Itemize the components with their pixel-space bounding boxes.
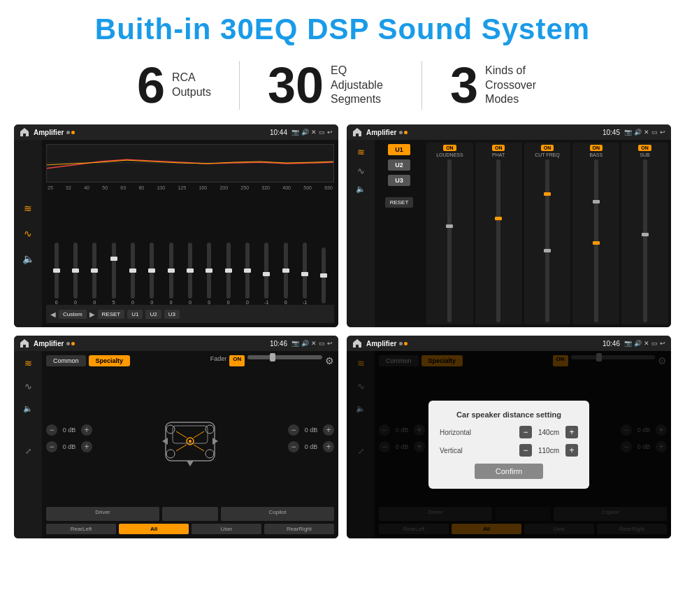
camera-icon-4: 📷 (624, 340, 632, 347)
all-btn[interactable]: All (119, 524, 189, 534)
svg-marker-13 (187, 461, 194, 466)
eq-wave-icon[interactable]: ∿ (24, 228, 32, 239)
db-minus-tr[interactable]: − (288, 424, 299, 436)
db-controls-left: − 0 dB + − 0 dB + (46, 424, 92, 452)
play-btn[interactable]: ▶ (89, 310, 95, 318)
window-icon: ▭ (319, 129, 325, 136)
s2-channels: ON LOUDNESS ON PHAT ON CUT FREQ (424, 140, 671, 327)
status-bar-3: Amplifier 10:46 📷 🔊 ✕ ▭ ↩ (14, 336, 338, 351)
copilot-btn[interactable]: Copilot (221, 507, 334, 521)
ch-label-cutfreq: CUT FREQ (535, 152, 560, 157)
dot-2a (399, 131, 403, 134)
camera-icon-2: 📷 (624, 129, 632, 136)
u1-btn[interactable]: U1 (127, 310, 143, 319)
status-dots-3 (66, 342, 75, 345)
eq-slider-13: 0 (277, 243, 294, 305)
s2-wave-icon[interactable]: ∿ (357, 166, 365, 176)
home-icon-3 (20, 338, 29, 348)
s3-speaker-icon[interactable]: 🔈 (23, 404, 33, 413)
camera-icon: 📷 (291, 129, 299, 136)
status-dots-1 (66, 131, 75, 134)
custom-btn[interactable]: Custom (59, 310, 87, 319)
s3-arrows-icon[interactable]: ⤢ (25, 447, 31, 456)
eq-slider-10: 0 (219, 243, 237, 305)
s3-eq-icon[interactable]: ≋ (24, 358, 32, 368)
volume-icon-4: 🔊 (634, 340, 642, 347)
car-diagram-container (98, 405, 282, 471)
vertical-plus[interactable]: + (565, 444, 578, 457)
s2-speaker-icon[interactable]: 🔈 (356, 185, 366, 194)
db-minus-bl[interactable]: − (46, 441, 57, 452)
ch-slider-bass[interactable] (594, 159, 598, 322)
svg-marker-14 (162, 438, 168, 445)
bottom-buttons: Driver Copilot (46, 507, 334, 521)
eq-slider-6: 0 (143, 243, 161, 305)
eq-slider-3: 0 (86, 243, 103, 305)
car-mini (162, 507, 218, 521)
back-icon-4: ↩ (660, 340, 665, 347)
fader-on-badge: ON (229, 355, 245, 366)
eq-slider-14: -1 (296, 243, 313, 305)
reset-btn[interactable]: RESET (98, 310, 125, 319)
eq-speaker-icon[interactable]: 🔈 (22, 253, 34, 264)
dialog-box: Car speaker distance setting Horizontal … (428, 401, 589, 489)
ch-slider-phat[interactable] (496, 159, 500, 322)
eq-slider-15 (315, 248, 333, 305)
time-2: 10:45 (603, 129, 620, 136)
vertical-controls: − 110cm + (519, 444, 578, 457)
ch-on-loudness[interactable]: ON (443, 145, 456, 151)
close-icon-2: ✕ (644, 129, 649, 136)
u2-btn[interactable]: U2 (145, 310, 161, 319)
ch-on-sub[interactable]: ON (638, 145, 651, 151)
horizontal-minus[interactable]: − (519, 426, 532, 438)
eq-slider-12: -1 (258, 243, 275, 305)
rearleft-btn[interactable]: RearLeft (46, 524, 116, 534)
user-btn[interactable]: User (192, 524, 261, 534)
u1-button[interactable]: U1 (388, 144, 410, 155)
u3-button[interactable]: U3 (388, 175, 410, 186)
app-name-3: Amplifier (34, 340, 64, 348)
s3-sidebar: ≋ ∿ 🔈 ⤢ (14, 351, 42, 538)
ch-on-cutfreq[interactable]: ON (541, 145, 554, 151)
driver-btn[interactable]: Driver (46, 507, 159, 521)
db-value-bl: 0 dB (59, 443, 79, 450)
s3-wave-icon[interactable]: ∿ (24, 381, 32, 392)
horizontal-plus[interactable]: + (565, 426, 578, 438)
confirm-button[interactable]: Confirm (475, 464, 544, 479)
eq-screen-content: ≋ ∿ 🔈 25 32 40 50 63 (14, 140, 338, 327)
ch-on-bass[interactable]: ON (590, 145, 603, 151)
db-plus-bl[interactable]: + (81, 441, 92, 452)
tab-common[interactable]: Common (46, 355, 86, 366)
u3-btn[interactable]: U3 (164, 310, 180, 319)
ch-slider-cutfreq[interactable] (545, 159, 549, 322)
db-minus-br[interactable]: − (288, 441, 299, 452)
fader-track[interactable] (247, 355, 322, 359)
db-plus-tr[interactable]: + (323, 424, 334, 436)
eq-slider-9: 0 (201, 243, 218, 305)
eq-filter-icon[interactable]: ≋ (24, 203, 32, 214)
svg-point-8 (206, 450, 214, 458)
window-icon-4: ▭ (651, 340, 658, 347)
reset-button-2[interactable]: RESET (385, 197, 413, 208)
settings-icon[interactable]: ⚙ (325, 355, 334, 366)
u2-button[interactable]: U2 (388, 159, 410, 171)
ch-slider-loudness[interactable] (447, 159, 452, 322)
stat-text-crossover: Kinds ofCrossover Modes (485, 64, 548, 107)
vertical-minus[interactable]: − (519, 444, 532, 457)
rearright-btn[interactable]: RearRight (264, 524, 334, 534)
s2-eq-icon[interactable]: ≋ (357, 147, 365, 157)
prev-btn[interactable]: ◀ (50, 310, 56, 318)
ch-slider-sub[interactable] (643, 159, 647, 322)
ch-on-phat[interactable]: ON (492, 145, 505, 151)
db-row-bl: − 0 dB + (46, 441, 92, 452)
volume-icon: 🔊 (301, 129, 309, 136)
db-minus-tl[interactable]: − (46, 424, 57, 436)
db-plus-tl[interactable]: + (81, 424, 92, 436)
ch-cutfreq: ON CUT FREQ (524, 143, 571, 324)
db-plus-br[interactable]: + (323, 441, 334, 452)
status-icons-3: 📷 🔊 ✕ ▭ ↩ (291, 340, 333, 347)
ch-label-phat: PHAT (492, 152, 505, 157)
ch-bass: ON BASS (572, 143, 619, 324)
volume-icon-3: 🔊 (301, 340, 309, 347)
tab-specialty[interactable]: Specialty (89, 355, 131, 366)
